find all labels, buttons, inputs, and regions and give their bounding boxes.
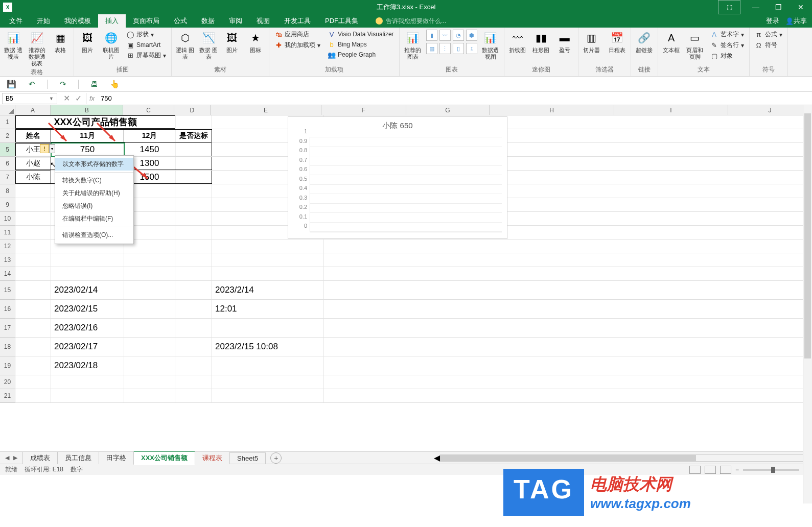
- sheet-tab[interactable]: 成绩表: [22, 451, 58, 464]
- sheet-tab[interactable]: Sheet5: [229, 452, 266, 464]
- sparkline-winloss-button[interactable]: ▬盈亏: [554, 30, 575, 54]
- table-button[interactable]: ▦表格: [50, 30, 71, 54]
- tab-view[interactable]: 视图: [249, 14, 277, 28]
- cell[interactable]: [175, 115, 212, 129]
- sparkline-column-button[interactable]: ▮▮柱形图: [531, 30, 551, 54]
- scatter-chart-icon[interactable]: ⋮: [439, 43, 451, 54]
- cell-D6[interactable]: [175, 157, 212, 170]
- row-header-21[interactable]: 21: [0, 389, 15, 403]
- column-chart-icon[interactable]: ▮: [426, 30, 437, 41]
- cell-D7[interactable]: [175, 171, 212, 184]
- tab-templates[interactable]: 我的模板: [57, 14, 98, 28]
- visio-button[interactable]: VVisio Data Visualizer: [326, 30, 396, 39]
- cell-E15[interactable]: 2023/2/14: [212, 281, 323, 299]
- row-header-17[interactable]: 17: [0, 319, 15, 338]
- map-chart-icon[interactable]: ⬢: [466, 30, 477, 41]
- cell[interactable]: [15, 300, 51, 318]
- ribbon-display-options-button[interactable]: ⬚: [718, 0, 740, 14]
- my-addins-button[interactable]: ✚我的加载项 ▾: [272, 40, 322, 50]
- ctx-error-options[interactable]: 错误检查选项(O)...: [55, 229, 133, 242]
- row-header-1[interactable]: 1: [0, 115, 15, 129]
- chart-gallery[interactable]: ▮〰◔⬢ ▤⋮▯⫱: [426, 30, 477, 54]
- cell[interactable]: [15, 281, 51, 299]
- recommended-pivot-button[interactable]: 📈推荐的 数据透视表: [27, 30, 47, 67]
- material-pic-button[interactable]: 🖼图片: [222, 30, 242, 54]
- tab-insert[interactable]: 插入: [98, 14, 126, 28]
- cell-B17[interactable]: 2023/02/16: [51, 319, 124, 337]
- select-all-button[interactable]: [0, 105, 15, 115]
- pivottable-button[interactable]: 📊数据 透视表: [3, 30, 24, 60]
- cell-header-dec[interactable]: 12月: [124, 129, 175, 142]
- embedded-chart[interactable]: 小陈 650 0 0.1 0.2 0.3 0.4 0.5 0.6 0.7 0.8…: [288, 116, 507, 239]
- smartart-button[interactable]: ▣SmartArt: [124, 40, 168, 50]
- confirm-entry-button[interactable]: ✓: [75, 93, 82, 103]
- cell-B5-active[interactable]: 750 ! ▾: [51, 143, 124, 156]
- new-sheet-button[interactable]: +: [270, 452, 282, 464]
- sheet-tab[interactable]: 田字格: [99, 451, 134, 464]
- horizontal-scrollbar[interactable]: ◀▶: [434, 454, 812, 462]
- col-header-E[interactable]: E: [211, 105, 321, 115]
- vertical-scrollbar[interactable]: [803, 105, 812, 504]
- textbox-button[interactable]: A文本框: [661, 30, 682, 54]
- sheet-nav-next[interactable]: ▶: [13, 454, 17, 461]
- formula-input[interactable]: [98, 93, 812, 104]
- pivot-chart-button[interactable]: 📊数据透视图: [480, 30, 501, 60]
- row-header-13[interactable]: 13: [0, 253, 15, 267]
- cell-header-pass[interactable]: 是否达标: [175, 129, 212, 142]
- row-header-8[interactable]: 8: [0, 184, 15, 198]
- name-box[interactable]: B5 ▼: [2, 93, 57, 104]
- cell[interactable]: [124, 281, 175, 299]
- col-header-A[interactable]: A: [15, 105, 51, 115]
- sheet-tab[interactable]: 员工信息: [57, 451, 99, 464]
- restore-button[interactable]: ❐: [767, 0, 790, 14]
- tab-home[interactable]: 开始: [30, 14, 57, 28]
- hierarchy-chart-icon[interactable]: ▤: [426, 43, 437, 54]
- cell-B15[interactable]: 2023/02/14: [51, 281, 124, 299]
- row-header-5[interactable]: 5: [0, 143, 15, 157]
- col-header-D[interactable]: D: [174, 105, 211, 115]
- store-button[interactable]: 🛍应用商店: [272, 30, 322, 39]
- cell-B19[interactable]: 2023/02/18: [51, 356, 124, 375]
- sheet-nav-prev[interactable]: ◀: [5, 454, 9, 461]
- data-chart-button[interactable]: 📉数据 图表: [198, 30, 219, 60]
- row-header-14[interactable]: 14: [0, 267, 15, 281]
- waterfall-chart-icon[interactable]: ▯: [453, 43, 464, 54]
- sheet-tab-active[interactable]: XXX公司销售额: [133, 451, 195, 465]
- cell-E18[interactable]: 2023/2/15 10:08: [212, 338, 323, 356]
- wordart-button[interactable]: A艺术字 ▾: [708, 30, 746, 39]
- pictures-button[interactable]: 🖼图片: [77, 30, 98, 54]
- ctx-ignore-error[interactable]: 忽略错误(I): [55, 200, 133, 212]
- login-link[interactable]: 登录: [766, 16, 779, 26]
- cell[interactable]: [175, 281, 212, 299]
- cell-D5[interactable]: [175, 143, 212, 156]
- col-header-H[interactable]: H: [490, 105, 614, 115]
- sparkline-line-button[interactable]: 〰折线图: [507, 30, 528, 54]
- symbol-button[interactable]: Ω符号: [753, 40, 784, 50]
- ctx-error-help[interactable]: 关于此错误的帮助(H): [55, 187, 133, 200]
- bing-maps-button[interactable]: bBing Maps: [326, 40, 396, 49]
- row-header-7[interactable]: 7: [0, 171, 15, 184]
- shapes-button[interactable]: ◯形状 ▾: [124, 30, 168, 39]
- tab-data[interactable]: 数据: [194, 14, 222, 28]
- error-dropdown-button[interactable]: ▾: [49, 144, 55, 153]
- header-footer-button[interactable]: ▭页眉和页脚: [685, 30, 705, 60]
- col-header-J[interactable]: J: [728, 105, 812, 115]
- fx-icon[interactable]: fx: [89, 94, 95, 102]
- sheet-tab[interactable]: 课程表: [195, 451, 230, 464]
- cell-header-nov[interactable]: 11月: [51, 129, 124, 142]
- cell-title[interactable]: XXX公司产品销售额: [15, 115, 175, 129]
- row-header-16[interactable]: 16: [0, 300, 15, 319]
- row-header-18[interactable]: 18: [0, 338, 15, 356]
- share-button[interactable]: 👤 共享: [785, 16, 807, 26]
- col-header-F[interactable]: F: [321, 105, 406, 115]
- tab-file[interactable]: 文件: [2, 14, 30, 28]
- pie-chart-icon[interactable]: ◔: [453, 30, 464, 41]
- row-header-12[interactable]: 12: [0, 239, 15, 253]
- cancel-entry-button[interactable]: ✕: [63, 93, 70, 103]
- material-icon-button[interactable]: ★图标: [245, 30, 266, 54]
- cell-B16[interactable]: 2023/02/15: [51, 300, 124, 318]
- ctx-text-stored-number[interactable]: 以文本形式存储的数字: [55, 158, 133, 171]
- combo-chart-icon[interactable]: ⫱: [466, 43, 477, 54]
- tab-formulas[interactable]: 公式: [167, 14, 194, 28]
- save-button[interactable]: 💾: [6, 79, 16, 89]
